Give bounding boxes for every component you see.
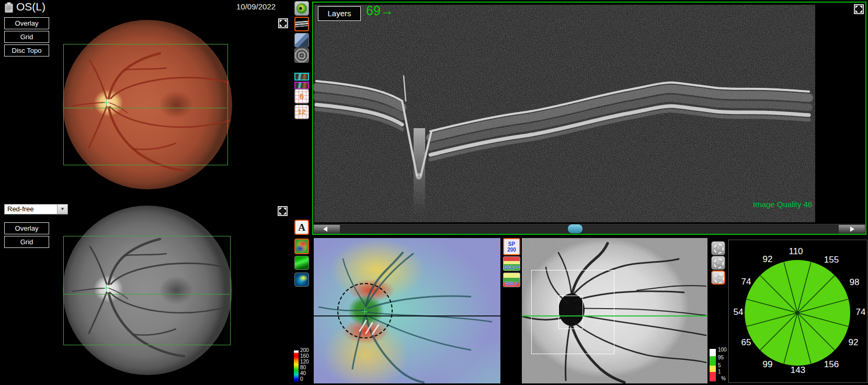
grid-12-icon[interactable]: 12 — [294, 105, 309, 119]
clock-value-7: 99 — [763, 359, 773, 370]
scrollbar-thumb[interactable] — [568, 224, 583, 233]
clock-value-10: 74 — [741, 277, 751, 287]
scan-line-bottom — [64, 294, 230, 295]
dual-map-bottom-icon — [294, 82, 309, 89]
gcl-roi-inner-rect — [558, 296, 583, 329]
disc-marker-h-bottom — [103, 288, 110, 288]
grid-button-top[interactable]: Grid — [4, 31, 49, 43]
eye-label: OS(L) — [16, 1, 45, 13]
annotation-icon[interactable]: A — [294, 220, 309, 235]
clock-value-4: 92 — [849, 337, 859, 348]
dropdown-arrow-icon[interactable]: ▼ — [57, 205, 67, 214]
concentric-rings-icon[interactable] — [294, 48, 309, 63]
rnfl-map-icon[interactable] — [294, 239, 309, 254]
thickness-scale-label: 80 — [300, 365, 306, 370]
sp-label-line1: SP — [504, 241, 519, 247]
green-map-icon[interactable] — [294, 256, 309, 270]
disc-dashed-circle — [337, 283, 393, 338]
dual-map-icon[interactable] — [294, 73, 309, 90]
disc-marker-h-top — [103, 103, 110, 103]
clock-value-8: 65 — [741, 337, 751, 348]
overlay-button-top[interactable]: Overlay — [4, 17, 49, 29]
sector-4-button[interactable]: 4 — [711, 241, 725, 255]
exam-date: 10/09/2022 — [236, 2, 276, 11]
bscan-scrollbar[interactable] — [313, 224, 865, 234]
clock-value-1: 155 — [824, 255, 839, 265]
scan-counter: 69→ — [366, 3, 394, 18]
layers-button[interactable]: Layers — [318, 6, 361, 21]
scan-roi-rect-bottom — [63, 236, 231, 345]
blue-map-icon[interactable] — [294, 273, 309, 287]
gcl-plus-button[interactable]: GCL+ — [503, 273, 520, 287]
sp-label-line2: 200 — [504, 247, 519, 253]
gcl-plus-plus-button[interactable]: GCL++ — [503, 256, 520, 271]
enface-scan-line — [522, 315, 707, 316]
sector-6-button[interactable]: 6 — [711, 256, 725, 270]
expand-icon-middle[interactable] — [278, 206, 288, 216]
probability-scale-bar — [710, 349, 716, 381]
sector-12-label: 12 — [712, 275, 724, 280]
heatmap-scan-line — [314, 315, 500, 316]
clock-value-3: 74 — [856, 307, 866, 318]
left-arrow-icon — [323, 227, 327, 232]
clock-hour-pie — [729, 240, 867, 382]
thickness-scale-label: 0 — [300, 377, 303, 382]
clock-value-9: 54 — [734, 307, 744, 318]
clock-value-2: 98 — [850, 277, 860, 288]
right-arrow-icon — [850, 227, 854, 232]
scan-roi-rect-top — [63, 44, 228, 165]
overlay-button-bottom[interactable]: Overlay — [4, 222, 49, 234]
bscan-view-icon[interactable] — [294, 17, 309, 31]
clock-value-5: 156 — [824, 359, 839, 370]
expand-icon-oct[interactable] — [854, 4, 864, 14]
probability-scale-label: 1 — [718, 369, 721, 375]
scroll-left-button[interactable] — [314, 225, 340, 234]
cube-3d-icon[interactable] — [294, 33, 309, 48]
grid-6-icon[interactable]: 6 — [294, 89, 309, 104]
clock-value-6: 143 — [791, 365, 805, 376]
sector-12-button[interactable]: 12 — [711, 270, 725, 285]
expand-icon-top[interactable] — [278, 18, 288, 28]
image-filter-dropdown[interactable]: Red-free ▼ — [4, 204, 68, 214]
sp200-button[interactable]: SP 200 — [503, 238, 520, 255]
thickness-scale-label: 120 — [300, 359, 309, 365]
scan-line-top — [64, 108, 227, 108]
probability-scale-label: 95 — [718, 355, 724, 360]
scan-arrow-icon: → — [381, 3, 394, 18]
thickness-scale-label: 200 — [300, 348, 309, 353]
sector-4-label: 4 — [712, 245, 725, 250]
probability-scale-label: 100 — [718, 347, 727, 353]
clock-value-12: 110 — [789, 246, 803, 257]
oct-bscan-image — [313, 3, 865, 234]
thickness-scale-label: 40 — [300, 371, 306, 376]
clipboard-icon — [4, 2, 14, 15]
thickness-scale-label: 160 — [300, 354, 309, 359]
dual-map-top-icon — [294, 73, 309, 81]
probability-scale-unit: % — [721, 376, 726, 381]
thickness-map-icon[interactable] — [294, 1, 309, 16]
thickness-scale-bar — [294, 350, 299, 382]
probability-scale-label: 5 — [718, 363, 721, 368]
sector-6-label: 6 — [712, 259, 725, 265]
grid-button-bottom[interactable]: Grid — [4, 236, 49, 248]
scroll-right-button[interactable] — [839, 225, 865, 234]
clock-hour-chart-panel[interactable]: 110 155 98 74 92 156 143 99 65 54 74 92 — [728, 240, 867, 383]
app-window: OS(L) 10/09/2022 Overlay Grid Disc Topo — [0, 0, 868, 385]
scan-index: 69 — [366, 3, 381, 18]
image-quality-label: Image Quality 46 — [753, 200, 812, 209]
clock-value-11: 92 — [763, 254, 773, 265]
disc-topo-button[interactable]: Disc Topo — [4, 44, 49, 56]
heatmap-marker-h — [361, 311, 368, 312]
